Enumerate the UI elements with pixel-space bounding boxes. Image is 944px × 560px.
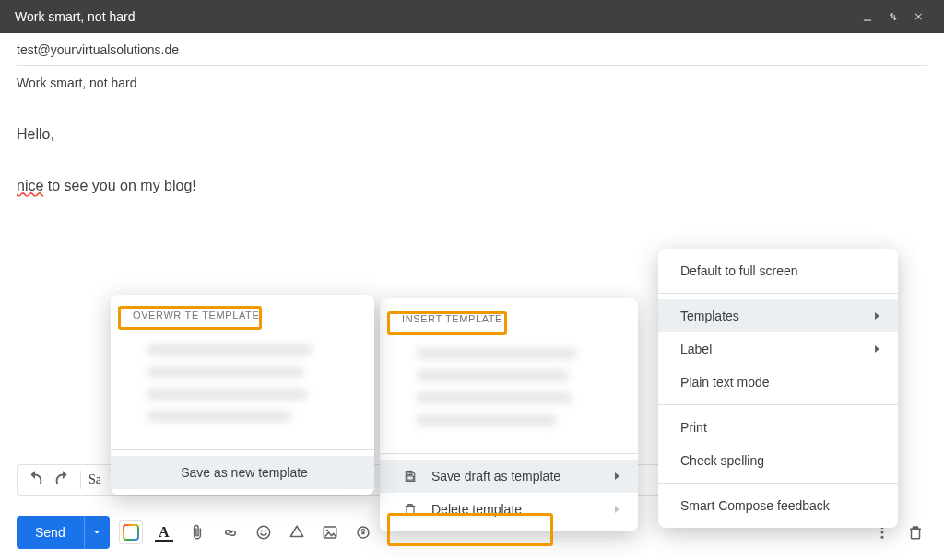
overwrite-template-submenu: OVERWRITE TEMPLATE Save as new template <box>111 295 374 495</box>
body-line-1-rest: to see you on my blog! <box>43 178 195 193</box>
menu-divider <box>658 404 898 405</box>
expand-button[interactable] <box>883 6 903 27</box>
menu-item-templates[interactable]: Templates <box>658 299 898 332</box>
menu-item-print[interactable]: Print <box>658 411 898 444</box>
body-greeting: Hello, <box>17 122 927 147</box>
svg-point-5 <box>326 530 328 531</box>
attach-icon[interactable] <box>185 520 209 544</box>
spelling-underline-word: nice <box>17 178 43 193</box>
menu-item-default-fullscreen[interactable]: Default to full screen <box>658 254 898 287</box>
subject-field[interactable]: Work smart, not hard <box>17 66 927 99</box>
link-icon[interactable] <box>218 520 242 544</box>
trash-icon <box>402 502 419 517</box>
send-button[interactable]: Send <box>17 516 84 549</box>
svg-point-9 <box>881 531 884 534</box>
confidential-icon[interactable] <box>351 520 375 544</box>
undo-icon[interactable] <box>25 470 45 490</box>
format-text-icon[interactable]: A <box>152 520 176 544</box>
menu-item-save-draft-as-template[interactable]: Save draft as template <box>380 460 638 493</box>
minimize-button[interactable] <box>857 6 878 27</box>
menu-item-label[interactable]: Label <box>658 332 898 366</box>
emoji-icon[interactable] <box>252 520 276 544</box>
menu-divider <box>380 453 638 454</box>
svg-point-3 <box>265 531 266 532</box>
menu-item-check-spelling[interactable]: Check spelling <box>658 444 898 477</box>
to-field[interactable]: test@yourvirtualsolutions.de <box>17 33 927 66</box>
discard-draft-icon[interactable] <box>903 520 927 544</box>
compose-window: Work smart, not hard test@yourvirtualsol… <box>0 0 944 560</box>
chevron-right-icon <box>875 345 879 353</box>
menu-item-plaintext[interactable]: Plain text mode <box>658 366 898 399</box>
send-more-button[interactable] <box>84 516 110 549</box>
chevron-right-icon <box>615 472 620 480</box>
menu-divider <box>658 483 898 484</box>
chevron-right-icon <box>615 506 620 513</box>
svg-rect-0 <box>124 525 138 540</box>
menu-item-smart-compose-feedback[interactable]: Smart Compose feedback <box>658 489 898 522</box>
redo-icon[interactable] <box>53 470 73 490</box>
titlebar: Work smart, not hard <box>0 0 944 33</box>
subject-value: Work smart, not hard <box>17 76 136 90</box>
compose-header: test@yourvirtualsolutions.de Work smart,… <box>0 33 944 99</box>
send-split-button: Send <box>17 516 110 549</box>
svg-rect-7 <box>361 531 364 534</box>
body-line-1: nice to see you on my blog! <box>17 173 927 199</box>
drive-icon[interactable] <box>285 520 309 544</box>
save-icon <box>402 469 419 484</box>
menu-item-delete-template[interactable]: Delete template <box>380 493 638 526</box>
insert-image-icon[interactable] <box>318 520 342 544</box>
overwrite-template-header: OVERWRITE TEMPLATE <box>111 300 374 330</box>
window-title: Work smart, not hard <box>15 9 852 24</box>
toolbar-divider <box>80 471 81 489</box>
svg-point-1 <box>257 526 270 539</box>
font-preview[interactable]: Sa <box>88 472 101 487</box>
menu-item-save-as-new-template[interactable]: Save as new template <box>111 456 374 489</box>
format-rainbow-icon[interactable] <box>119 520 143 544</box>
menu-divider <box>111 449 374 450</box>
to-value: test@yourvirtualsolutions.de <box>17 42 179 57</box>
close-button[interactable] <box>909 6 929 27</box>
templates-submenu: INSERT TEMPLATE Save draft as template D… <box>380 298 638 531</box>
blurred-template-list <box>380 333 638 448</box>
insert-template-header: INSERT TEMPLATE <box>380 304 638 333</box>
menu-divider <box>658 293 898 294</box>
blurred-template-list <box>111 330 374 444</box>
more-options-menu: Default to full screen Templates Label P… <box>658 249 898 528</box>
compose-body[interactable]: Hello, nice to see you on my blog! <box>0 99 944 199</box>
svg-point-10 <box>881 536 884 539</box>
svg-point-2 <box>261 531 263 532</box>
chevron-right-icon <box>875 312 879 320</box>
